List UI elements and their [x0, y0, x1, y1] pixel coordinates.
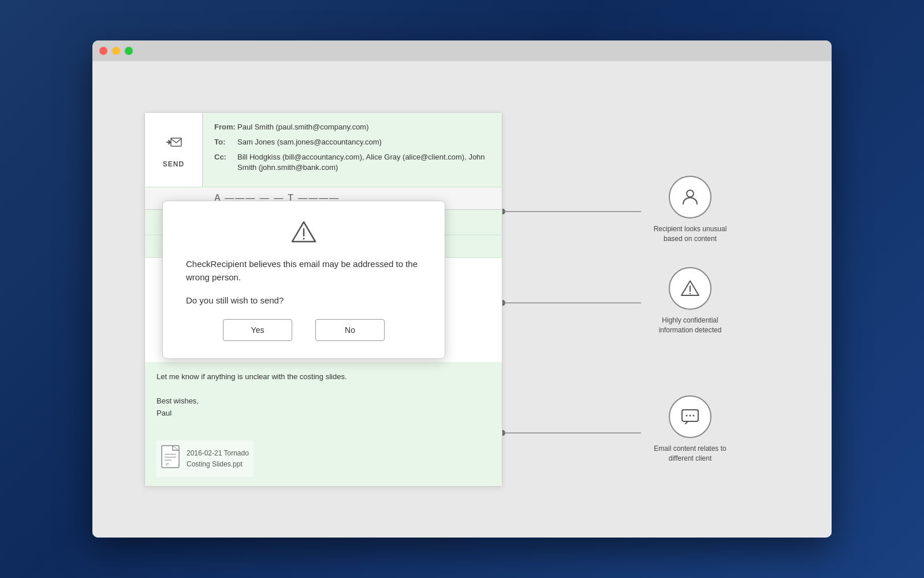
- to-value: Sam Jones (sam.jones@accountancy.com): [237, 137, 382, 147]
- send-button-area[interactable]: SEND: [145, 113, 203, 187]
- from-value: Paul Smith (paul.smith@company.com): [237, 122, 369, 132]
- titlebar: [92, 40, 832, 61]
- different-client-icon-circle: [669, 395, 711, 438]
- svg-point-2: [303, 238, 305, 240]
- cc-value: Bill Hodgkiss (bill@accountancy.com), Al…: [237, 152, 490, 173]
- confidential-icon-circle: [669, 267, 711, 310]
- svg-text:P: P: [166, 462, 169, 467]
- close-button[interactable]: [99, 47, 107, 55]
- recipient-icon-circle: [669, 176, 711, 218]
- svg-rect-18: [682, 410, 698, 421]
- recipient-annotation-text: Recipient looks unusual based on content: [647, 224, 733, 244]
- warning-icon-dialog: [186, 218, 422, 249]
- connector-svg: [491, 112, 739, 487]
- attachment-line2: Costing Slides.ppt: [187, 459, 249, 470]
- svg-rect-0: [171, 138, 181, 146]
- maximize-button[interactable]: [125, 47, 133, 55]
- body-text3: Paul: [157, 407, 490, 420]
- no-button[interactable]: No: [315, 319, 385, 341]
- minimize-button[interactable]: [112, 47, 120, 55]
- attachment-name: 2016-02-21 Tornado Costing Slides.ppt: [187, 448, 249, 470]
- dialog-box: CheckRecipient believes this email may b…: [162, 201, 445, 359]
- dialog-question: Do you still wish to send?: [186, 295, 422, 305]
- svg-point-15: [687, 190, 694, 197]
- email-header: SEND From: Paul Smith (paul.smith@compan…: [145, 113, 502, 188]
- main-content: SEND From: Paul Smith (paul.smith@compan…: [92, 61, 832, 538]
- send-label: SEND: [163, 160, 184, 168]
- main-layout: SEND From: Paul Smith (paul.smith@compan…: [144, 112, 780, 487]
- annotation-confidential: Highly confidential information detected: [647, 267, 733, 335]
- svg-point-21: [693, 414, 695, 416]
- mac-window: SEND From: Paul Smith (paul.smith@compan…: [92, 40, 832, 538]
- email-attachment: P 2016-02-21 Tornado Costing Slides.ppt: [157, 440, 254, 477]
- svg-point-19: [686, 414, 688, 416]
- email-fields: From: Paul Smith (paul.smith@company.com…: [203, 113, 502, 187]
- dialog-message: CheckRecipient believes this email may b…: [186, 258, 422, 284]
- from-label: From:: [214, 122, 237, 132]
- cc-row: Cc: Bill Hodgkiss (bill@accountancy.com)…: [214, 152, 490, 173]
- email-window: SEND From: Paul Smith (paul.smith@compan…: [144, 112, 502, 487]
- svg-point-17: [690, 293, 691, 294]
- annotation-different-client: Email content relates to different clien…: [647, 395, 733, 464]
- confidential-annotation-text: Highly confidential information detected: [647, 316, 733, 335]
- annotation-recipient: Recipient looks unusual based on content: [647, 176, 733, 244]
- dialog-buttons: Yes No: [186, 319, 422, 341]
- send-icon: [163, 132, 184, 157]
- body-text2: Best wishes,: [157, 395, 490, 407]
- yes-button[interactable]: Yes: [223, 319, 292, 341]
- body-text1: Let me know if anything is unclear with …: [157, 371, 490, 383]
- svg-point-20: [690, 414, 691, 416]
- dialog-container: B CheckRecipient believes this email may…: [145, 235, 502, 258]
- annotations-container: Recipient looks unusual based on content…: [491, 112, 739, 487]
- to-label: To:: [214, 137, 237, 147]
- attachment-file-icon: P: [161, 445, 180, 472]
- from-row: From: Paul Smith (paul.smith@company.com…: [214, 122, 490, 132]
- cc-label: Cc:: [214, 152, 237, 173]
- attachment-line1: 2016-02-21 Tornado: [187, 448, 249, 459]
- email-lower-body: Let me know if anything is unclear with …: [145, 362, 502, 486]
- to-row: To: Sam Jones (sam.jones@accountancy.com…: [214, 137, 490, 147]
- different-client-annotation-text: Email content relates to different clien…: [647, 444, 733, 464]
